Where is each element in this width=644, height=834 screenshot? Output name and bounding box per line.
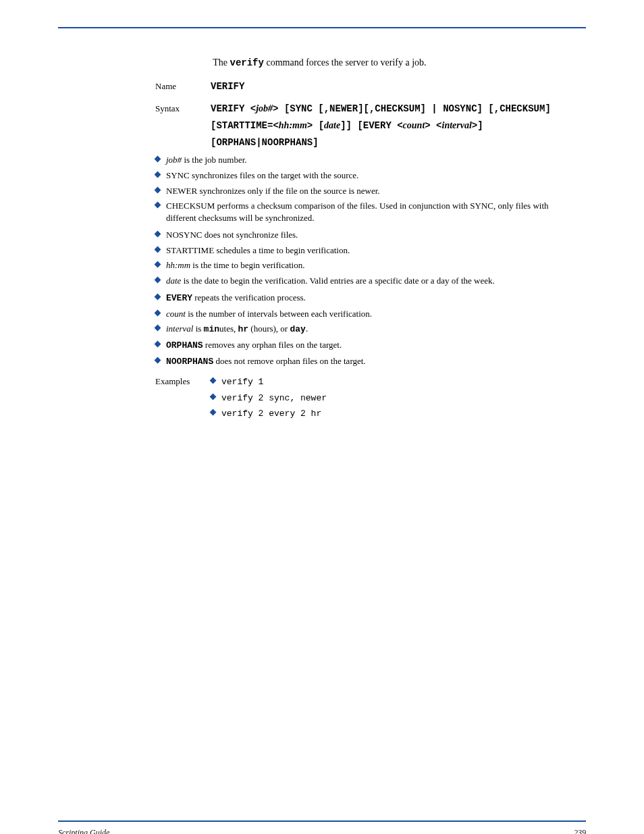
name-value: VERIFY (211, 80, 570, 93)
top-rule (58, 27, 586, 28)
syntax-row-3: [ORPHANS|NOORPHANS] (155, 136, 570, 149)
bottom-rule (58, 820, 586, 822)
params-list: job# is the job number. SYNC synchronize… (155, 154, 570, 224)
syntax-line-3: [ORPHANS|NOORPHANS] (211, 136, 570, 149)
param-item: NOSYNC does not synchronize files. (155, 229, 570, 241)
param-item: CHECKSUM performs a checksum comparison … (155, 200, 570, 224)
params-list-2: NOSYNC does not synchronize files. START… (155, 229, 570, 286)
examples-row: Examples verify 1 verify 2 sync, newer v… (155, 374, 570, 423)
param-item: job# is the job number. (155, 154, 570, 166)
footer-left: Scripting Guide (58, 828, 109, 834)
syntax-line-2: [STARTTIME=<hh:mm> [date]] [EVERY <count… (211, 120, 570, 132)
param-item: date is the date to begin the verificati… (155, 275, 570, 287)
intro-paragraph: The verify command forces the server to … (155, 57, 570, 70)
params-list-3: EVERY repeats the verification process. … (155, 292, 570, 367)
label-examples: Examples (155, 375, 211, 388)
param-item: hh:mm is the time to begin verification. (155, 259, 570, 271)
syntax-line-1: VERIFY <job#> [SYNC [,NEWER][,CHECKSUM] … (211, 103, 570, 115)
param-item: NOORPHANS does not remove orphan files o… (155, 355, 570, 368)
param-item: interval is minutes, hr (hours), or day. (155, 323, 570, 336)
footer: Scripting Guide 239 (58, 828, 586, 834)
example-item: verify 2 sync, newer (211, 392, 570, 405)
syntax-row-2: [STARTTIME=<hh:mm> [date]] [EVERY <count… (155, 120, 570, 132)
label-syntax: Syntax (155, 103, 211, 115)
label-name: Name (155, 80, 211, 93)
param-item: ORPHANS removes any orphan files on the … (155, 339, 570, 352)
intro-text-after: command forces the server to verify a jo… (266, 57, 426, 68)
examples-list: verify 1 verify 2 sync, newer verify 2 e… (211, 375, 570, 420)
intro-cmd: verify (230, 57, 264, 68)
content-area: The verify command forces the server to … (155, 57, 570, 423)
intro-text-before: The (213, 57, 230, 68)
syntax-row-1: Syntax VERIFY <job#> [SYNC [,NEWER][,CHE… (155, 103, 570, 115)
param-item: EVERY repeats the verification process. (155, 292, 570, 305)
param-item: STARTTIME schedules a time to begin veri… (155, 244, 570, 257)
example-item: verify 1 (211, 375, 570, 388)
example-item: verify 2 every 2 hr (211, 407, 570, 420)
param-item: NEWER synchronizes only if the file on t… (155, 185, 570, 197)
footer-page: 239 (574, 828, 586, 834)
name-row: Name VERIFY (155, 80, 570, 93)
param-item: SYNC synchronizes files on the target wi… (155, 170, 570, 182)
param-item: count is the number of intervals between… (155, 308, 570, 320)
